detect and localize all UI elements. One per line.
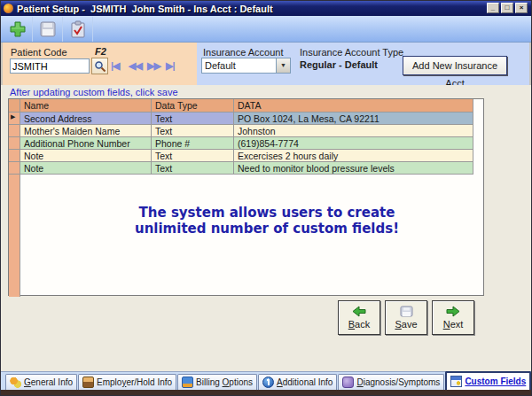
- cell-name[interactable]: Note: [20, 150, 152, 162]
- plus-icon: [9, 20, 27, 38]
- column-header-data: DATA: [234, 99, 473, 113]
- people-icon: [10, 377, 21, 388]
- column-header-name: Name: [20, 99, 152, 113]
- save-hint-text: After updating custom fields, click save: [10, 87, 178, 97]
- diagnosis-icon: [342, 377, 354, 388]
- cell-name[interactable]: Additional Phone Number: [20, 137, 152, 150]
- floppy-disk-icon: [39, 20, 57, 38]
- custom-fields-grid: Name Data Type DATA ▶ Second Address Tex…: [8, 98, 484, 296]
- tab-label: Additional Info: [277, 377, 332, 387]
- record-last-button[interactable]: ▶|: [166, 60, 175, 72]
- tab-label: General Info: [24, 377, 73, 387]
- cell-data[interactable]: Excercises 2 hours daily: [234, 150, 473, 162]
- header-panels: Patient Code F2 |◀ ◀◀ ▶▶ ▶| Insurance Ac…: [1, 43, 531, 85]
- info-message-line1: The system allows users to create: [54, 205, 480, 221]
- insurance-account-label: Insurance Account: [203, 47, 284, 58]
- title-bar: Patient Setup - JSMITH John Smith - Ins …: [1, 1, 531, 16]
- tab-general-info[interactable]: General Info: [5, 374, 77, 390]
- selector-column-strip: [9, 175, 20, 297]
- row-selector[interactable]: [9, 137, 20, 150]
- cell-name[interactable]: Note: [20, 162, 152, 175]
- insurance-panel: Insurance Account Default ▼ Insurance Ac…: [197, 43, 529, 85]
- column-header-data-type: Data Type: [152, 99, 234, 113]
- custom-fields-icon: [450, 376, 462, 387]
- close-button[interactable]: ×: [515, 3, 528, 13]
- record-next-button[interactable]: ▶▶: [147, 60, 160, 72]
- tab-employer-hold-info[interactable]: Employer/Hold Info: [78, 374, 176, 390]
- tab-label: Custom Fields: [465, 377, 526, 386]
- bottom-tab-bar: General Info Employer/Hold Info Billing …: [1, 371, 531, 390]
- window-controls: _ □ ×: [487, 3, 528, 13]
- save-button[interactable]: Save: [385, 300, 427, 335]
- tab-billing-options[interactable]: Billing Options: [177, 374, 257, 390]
- cell-type[interactable]: Text: [152, 150, 234, 162]
- insurance-account-value: Default: [202, 60, 276, 71]
- patient-code-panel: Patient Code F2 |◀ ◀◀ ▶▶ ▶|: [3, 43, 197, 85]
- chevron-down-icon[interactable]: ▼: [276, 58, 290, 73]
- insurance-type-value: Regular - Default: [300, 59, 378, 70]
- cell-type[interactable]: Text: [152, 162, 234, 175]
- add-patient-button[interactable]: [3, 17, 33, 42]
- cell-data[interactable]: (619)854-7774: [234, 137, 473, 150]
- tab-label: Diagnosis/Symptoms: [356, 377, 440, 387]
- custom-fields-page: After updating custom fields, click save…: [1, 85, 531, 371]
- info-message: The system allows users to create unlimi…: [54, 205, 480, 237]
- next-button-label: Next: [443, 319, 464, 330]
- worker-icon: [82, 377, 94, 388]
- tab-label: Billing Options: [196, 377, 253, 387]
- tab-additional-info[interactable]: Additional Info: [258, 374, 337, 390]
- next-button[interactable]: Next: [432, 300, 474, 335]
- tab-custom-fields[interactable]: Custom Fields: [445, 371, 531, 390]
- window-title: Patient Setup - JSMITH John Smith - Ins …: [17, 4, 273, 14]
- floppy-disk-icon: [400, 306, 413, 317]
- add-insurance-account-button[interactable]: Add New Insurance Acct: [403, 56, 507, 75]
- verify-toolbar-button[interactable]: [63, 17, 93, 42]
- patient-code-input[interactable]: [10, 58, 90, 74]
- tab-label: Employer/Hold Info: [97, 377, 172, 387]
- cell-name[interactable]: Mother's Maiden Name: [20, 125, 152, 137]
- cell-data[interactable]: Need to monitor blood pressure levels: [234, 162, 473, 175]
- table-row[interactable]: ▶ Second Address Text PO Box 1024, La Me…: [9, 113, 483, 125]
- back-button[interactable]: Back: [338, 300, 380, 335]
- minimize-button[interactable]: _: [487, 3, 499, 13]
- magnifier-icon: [94, 60, 106, 73]
- table-row[interactable]: Note Text Need to monitor blood pressure…: [9, 162, 483, 175]
- table-row[interactable]: Note Text Excercises 2 hours daily: [9, 150, 483, 162]
- row-marker-icon: ▶: [9, 113, 20, 125]
- cell-type[interactable]: Text: [152, 113, 234, 125]
- row-selector[interactable]: [9, 150, 20, 162]
- back-button-label: Back: [348, 319, 370, 330]
- record-first-button[interactable]: |◀: [111, 60, 120, 72]
- info-message-line2: unlimited number of custom fields!: [54, 221, 480, 237]
- patient-setup-window: Patient Setup - JSMITH John Smith - Ins …: [0, 0, 532, 396]
- grid-header-row: Name Data Type DATA: [9, 99, 483, 113]
- record-previous-button[interactable]: ◀◀: [129, 60, 142, 72]
- toolbar: [1, 16, 531, 43]
- table-row[interactable]: Additional Phone Number Phone # (619)854…: [9, 137, 483, 150]
- patient-code-label: Patient Code: [11, 47, 67, 58]
- row-selector[interactable]: [9, 162, 20, 175]
- table-row[interactable]: Mother's Maiden Name Text Johnston: [9, 125, 483, 137]
- row-selector-header: [9, 99, 20, 113]
- cell-data[interactable]: PO Box 1024, La Mesa, CA 92211: [234, 113, 473, 125]
- row-selector[interactable]: [9, 125, 20, 137]
- billing-icon: [182, 377, 193, 388]
- clipboard-check-icon: [70, 20, 86, 38]
- window-bottom-edge: [1, 390, 531, 395]
- app-icon: [4, 4, 13, 13]
- maximize-button[interactable]: □: [501, 3, 513, 13]
- info-icon: [262, 377, 274, 388]
- arrow-left-icon: [352, 306, 366, 317]
- patient-search-button[interactable]: [91, 58, 108, 74]
- cell-type[interactable]: Text: [152, 125, 234, 137]
- arrow-right-icon: [446, 306, 460, 317]
- save-toolbar-button[interactable]: [33, 17, 63, 42]
- save-button-label: Save: [395, 319, 417, 330]
- f2-shortcut-label: F2: [95, 46, 106, 57]
- insurance-type-label: Insurance Account Type: [300, 47, 403, 58]
- tab-diagnosis-symptoms[interactable]: Diagnosis/Symptoms: [338, 374, 444, 390]
- insurance-account-select[interactable]: Default ▼: [201, 58, 291, 74]
- cell-type[interactable]: Phone #: [152, 137, 234, 150]
- cell-name[interactable]: Second Address: [20, 113, 152, 125]
- cell-data[interactable]: Johnston: [234, 125, 473, 137]
